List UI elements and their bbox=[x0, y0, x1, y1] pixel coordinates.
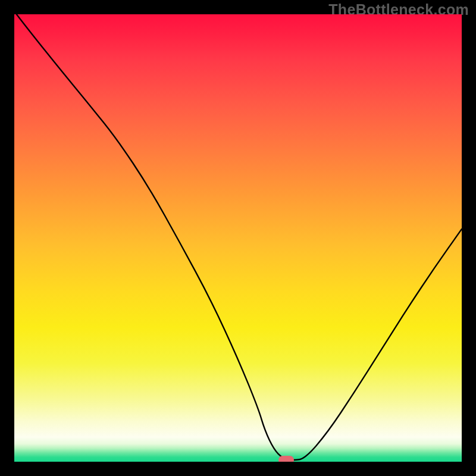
bottleneck-curve bbox=[14, 14, 462, 462]
chart-frame: TheBottleneck.com bbox=[0, 0, 476, 476]
plot-area bbox=[14, 14, 462, 462]
curve-path bbox=[17, 14, 462, 460]
optimum-marker bbox=[278, 456, 294, 462]
